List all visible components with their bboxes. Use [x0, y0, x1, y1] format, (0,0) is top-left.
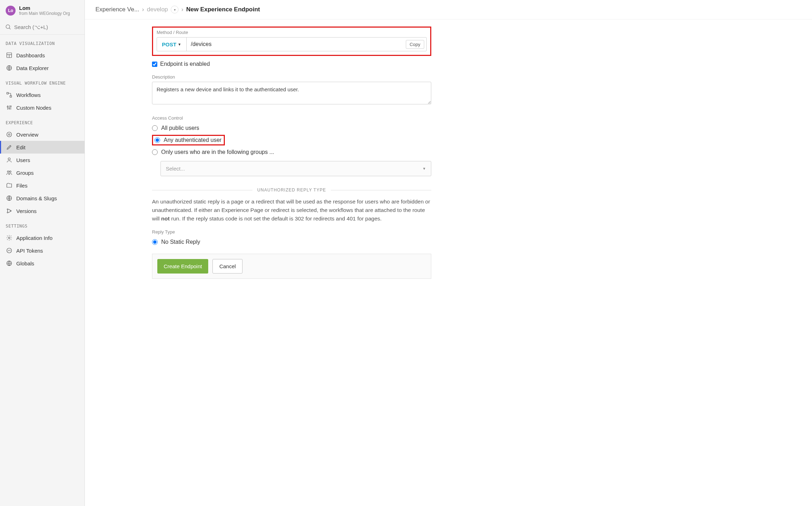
sidebar-item-groups[interactable]: Groups	[0, 166, 84, 179]
api-icon: API	[6, 247, 13, 254]
access-auth-highlight: Any authenticated user	[152, 135, 225, 145]
help-text-bold: not	[161, 215, 170, 222]
enabled-checkbox[interactable]	[152, 62, 157, 67]
reply-none-radio[interactable]: No Static Reply	[152, 237, 431, 247]
svg-rect-7	[10, 96, 12, 97]
sidebar-item-globals[interactable]: Globals	[0, 257, 84, 270]
access-public-radio[interactable]: All public users	[152, 123, 431, 133]
users-icon	[6, 156, 13, 163]
sidebar-header: Lo Lom from Main WEGnology Org	[0, 0, 84, 19]
sidebar-item-users[interactable]: Users	[0, 154, 84, 166]
sidebar-item-label: API Tokens	[16, 248, 43, 254]
sidebar-item-versions[interactable]: Versions	[0, 205, 84, 217]
radio-input[interactable]	[152, 239, 158, 245]
method-label: Method / Route	[157, 30, 427, 35]
breadcrumb: Experience Ve... › develop ▾ › New Exper…	[85, 0, 812, 19]
nav-section-settings: SETTINGS	[0, 217, 84, 231]
sidebar-item-label: Files	[16, 183, 28, 189]
crumb-branch[interactable]: develop	[147, 6, 168, 13]
method-select[interactable]: POST ▼	[157, 38, 187, 51]
nav-section-experience: EXPERIENCE	[0, 114, 84, 128]
workflows-icon	[6, 91, 13, 98]
nav-section-workflow: VISUAL WORKFLOW ENGINE	[0, 74, 84, 88]
user-name: Lom	[19, 5, 70, 11]
radio-input[interactable]	[154, 137, 160, 143]
sidebar-item-label: Versions	[16, 208, 37, 214]
sidebar-item-files[interactable]: Files	[0, 179, 84, 192]
crumb-sep: ›	[142, 6, 144, 13]
group-select[interactable]: Select... ▼	[160, 161, 431, 176]
nav-section-data-viz: DATA VISUALIZATION	[0, 35, 84, 49]
sidebar-item-app-info[interactable]: Application Info	[0, 231, 84, 244]
radio-label: No Static Reply	[161, 239, 200, 245]
radio-input[interactable]	[152, 149, 158, 155]
chevron-down-icon: ▼	[178, 42, 181, 46]
enabled-checkbox-row[interactable]: Endpoint is enabled	[152, 61, 431, 67]
method-value: POST	[162, 41, 176, 47]
files-icon	[6, 182, 13, 189]
sidebar-item-domains[interactable]: Domains & Slugs	[0, 192, 84, 205]
sidebar-item-label: Overview	[16, 132, 39, 138]
access-auth-radio[interactable]: Any authenticated user	[154, 137, 222, 143]
svg-point-12	[9, 108, 10, 109]
edit-icon	[6, 144, 13, 151]
svg-line-1	[9, 28, 10, 29]
svg-rect-6	[7, 92, 8, 94]
access-groups-radio[interactable]: Only users who are in the following grou…	[152, 147, 431, 157]
copy-button[interactable]: Copy	[406, 40, 424, 49]
route-input[interactable]	[187, 38, 406, 51]
radio-label: Any authenticated user	[164, 137, 222, 143]
versions-icon	[6, 207, 13, 214]
enabled-label: Endpoint is enabled	[160, 61, 210, 67]
search-bar[interactable]	[0, 19, 84, 35]
sidebar-item-label: Dashboards	[16, 52, 45, 58]
svg-point-11	[7, 106, 8, 107]
sidebar-item-dashboards[interactable]: Dashboards	[0, 49, 84, 62]
sidebar-item-overview[interactable]: Overview	[0, 128, 84, 141]
sidebar-item-custom-nodes[interactable]: Custom Nodes	[0, 101, 84, 114]
sidebar-item-workflows[interactable]: Workflows	[0, 88, 84, 101]
user-org: from Main WEGnology Org	[19, 11, 70, 16]
svg-point-17	[7, 171, 9, 173]
unauth-title: UNAUTHORIZED REPLY TYPE	[257, 188, 326, 192]
create-endpoint-button[interactable]: Create Endpoint	[157, 259, 208, 274]
crumb-current: New Experience Endpoint	[186, 6, 260, 13]
svg-point-23	[8, 237, 10, 239]
overview-icon	[6, 131, 13, 138]
svg-point-14	[7, 132, 12, 137]
chevron-down-icon[interactable]: ▾	[171, 6, 179, 13]
help-text-post: run. If the reply status code is not set…	[170, 215, 382, 222]
description-textarea[interactable]	[152, 82, 431, 104]
unauth-help: An unauthorized static reply is a page o…	[152, 197, 431, 223]
sidebar-item-label: Globals	[16, 260, 34, 266]
action-bar: Create Endpoint Cancel	[152, 254, 431, 279]
cancel-button[interactable]: Cancel	[212, 259, 243, 274]
chevron-down-icon: ▼	[422, 167, 426, 171]
svg-point-21	[7, 212, 8, 213]
sidebar-item-label: Data Explorer	[16, 65, 49, 71]
radio-input[interactable]	[152, 125, 158, 131]
custom-nodes-icon	[6, 104, 13, 111]
sidebar-item-label: Groups	[16, 170, 34, 176]
dashboards-icon	[6, 52, 13, 59]
avatar[interactable]: Lo	[6, 6, 16, 16]
sidebar-item-api-tokens[interactable]: API API Tokens	[0, 244, 84, 257]
sidebar-item-label: Users	[16, 157, 30, 163]
sidebar-item-label: Custom Nodes	[16, 105, 51, 111]
groups-icon	[6, 169, 13, 176]
svg-point-18	[10, 171, 11, 173]
description-label: Description	[152, 74, 431, 80]
select-placeholder: Select...	[166, 166, 185, 172]
sidebar-item-label: Edit	[16, 144, 25, 150]
globals-icon	[6, 260, 13, 267]
sidebar-item-data-explorer[interactable]: Data Explorer	[0, 62, 84, 74]
search-input[interactable]	[14, 24, 80, 30]
svg-point-16	[8, 158, 10, 160]
sidebar-item-label: Domains & Slugs	[16, 195, 57, 201]
crumb-sep: ›	[181, 6, 183, 13]
crumb-root[interactable]: Experience Ve...	[95, 6, 139, 13]
access-label: Access Control	[152, 115, 431, 121]
main: Experience Ve... › develop ▾ › New Exper…	[85, 0, 812, 506]
method-route-highlight: Method / Route POST ▼ Copy	[152, 27, 431, 56]
sidebar-item-edit[interactable]: Edit	[0, 141, 84, 154]
